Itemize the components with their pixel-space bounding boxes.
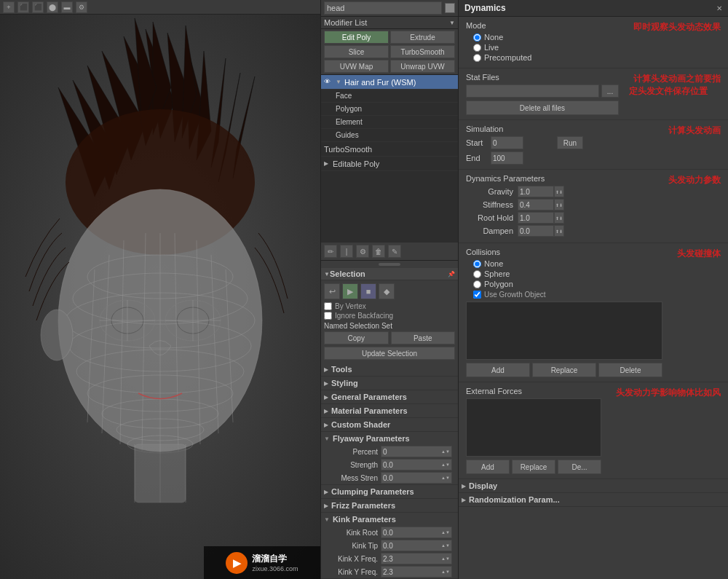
selection-section-header[interactable]: ▼ Selection 📌: [321, 268, 458, 280]
panel-icon-3[interactable]: ⚙: [356, 245, 369, 258]
general-arrow: ▶: [324, 394, 328, 401]
stiffness-spinner[interactable]: ⬆⬇: [554, 199, 564, 210]
run-btn[interactable]: Run: [557, 136, 583, 149]
clumping-section[interactable]: ▶ Clumping Parameters: [321, 485, 458, 499]
browse-btn[interactable]: ...: [601, 84, 619, 98]
sim-start-input[interactable]: [491, 136, 523, 149]
flyaway-percent-spinner[interactable]: ▲▼: [441, 449, 450, 454]
uvw-map-btn[interactable]: UVW Map: [324, 60, 389, 73]
sel-icon-1[interactable]: ↩: [324, 283, 340, 299]
slice-btn[interactable]: Slice: [324, 45, 389, 58]
by-vertex-checkbox[interactable]: [324, 302, 332, 310]
stack-polygon[interactable]: Polygon: [321, 103, 458, 116]
delete-all-btn[interactable]: Delete all files: [466, 101, 619, 115]
col-replace-btn[interactable]: Replace: [532, 363, 596, 377]
col-sphere-radio[interactable]: [473, 270, 481, 278]
ignore-backfacing-checkbox[interactable]: [324, 312, 332, 320]
panel-icon-brush[interactable]: ✏: [324, 245, 337, 258]
col-polygon-radio[interactable]: [473, 280, 481, 288]
use-growth-checkbox[interactable]: [473, 291, 481, 299]
object-color-swatch[interactable]: [445, 3, 455, 13]
unwrap-uvw-btn[interactable]: Unwrap UVW: [390, 60, 455, 73]
expand-editable-poly: ▶: [324, 160, 331, 168]
stack-turbosmooth[interactable]: TurboSmooth: [321, 142, 458, 157]
right-panel: Dynamics ✕ Mode None Live Precomputed: [459, 0, 728, 579]
mode-precomputed-radio[interactable]: [473, 54, 481, 62]
flyaway-strength-spinner[interactable]: ▲▼: [441, 462, 450, 467]
mode-none-radio[interactable]: [473, 34, 481, 42]
edit-poly-btn[interactable]: Edit Poly: [324, 31, 389, 44]
flyaway-strength-label: Strength: [327, 461, 378, 469]
general-params-section[interactable]: ▶ General Parameters: [321, 390, 458, 404]
panel-icon-edit[interactable]: ✎: [388, 245, 401, 258]
by-vertex-label: By Vertex: [335, 302, 366, 310]
mode-live-radio[interactable]: [473, 44, 481, 52]
dampen-spinner[interactable]: ⬆⬇: [554, 225, 564, 237]
randomization-section[interactable]: ▶ Randomization Param...: [459, 493, 728, 507]
stack-guides[interactable]: Guides: [321, 129, 458, 142]
root-hold-spinner[interactable]: ⬆⬇: [554, 212, 564, 224]
gravity-spinner[interactable]: ⬆⬇: [554, 186, 564, 197]
ext-forces-box: [466, 398, 601, 457]
ext-add-btn[interactable]: Add: [466, 460, 510, 474]
dampen-input[interactable]: [518, 225, 554, 237]
ext-de-btn[interactable]: De...: [558, 460, 601, 474]
stack-element[interactable]: Element: [321, 116, 458, 129]
col-delete-btn[interactable]: Delete: [598, 363, 662, 377]
flyaway-strength-val: 0.0: [383, 461, 393, 469]
toolbar-icon-6[interactable]: ⚙: [76, 1, 87, 13]
stack-editable-poly[interactable]: ▶ Editable Poly: [321, 157, 458, 171]
modifier-list-bar[interactable]: Modifier List ▼: [321, 17, 458, 29]
sim-start-label: Start: [466, 138, 488, 147]
object-name-input[interactable]: [324, 1, 442, 15]
dynamics-close[interactable]: ✕: [716, 4, 722, 12]
flyaway-percent-val: 0: [383, 448, 387, 456]
sel-icon-3[interactable]: ■: [360, 283, 376, 299]
col-add-btn[interactable]: Add: [466, 363, 530, 377]
kink-xfreq-spinner[interactable]: ▲▼: [441, 556, 450, 561]
toolbar-icon-5[interactable]: ▬: [61, 1, 73, 13]
stiffness-row: Stiffness ⬆⬇: [466, 199, 654, 210]
copy-btn[interactable]: Copy: [324, 331, 389, 344]
ext-replace-btn[interactable]: Replace: [512, 460, 555, 474]
sel-icon-2[interactable]: ▶: [342, 283, 358, 299]
material-params-section[interactable]: ▶ Material Parameters: [321, 404, 458, 418]
stiffness-input[interactable]: [518, 199, 554, 210]
extrude-btn[interactable]: Extrude: [390, 31, 455, 44]
flyaway-header[interactable]: ▼ Flyaway Parameters: [321, 432, 458, 445]
root-hold-input[interactable]: [518, 212, 554, 224]
sim-end-input[interactable]: [491, 151, 523, 165]
kink-header[interactable]: ▼ Kink Parameters: [321, 513, 458, 526]
tools-section[interactable]: ▶ Tools: [321, 363, 458, 377]
flyaway-mess-value: 0.0 ▲▼: [381, 472, 452, 484]
panel-icon-trash[interactable]: 🗑: [372, 245, 385, 258]
display-section[interactable]: ▶ Display: [459, 479, 728, 493]
toolbar-icon-2[interactable]: ⬛: [17, 1, 29, 13]
kink-yfreq-spinner[interactable]: ▲▼: [441, 570, 450, 574]
general-params-label: General Parameters: [331, 393, 407, 401]
stack-face[interactable]: Face: [321, 90, 458, 103]
kink-section: ▼ Kink Parameters Kink Root 0.0 ▲▼ Kink …: [321, 513, 458, 579]
stack-hair-fur[interactable]: 👁 ▼ Hair and Fur (WSM): [321, 75, 458, 90]
kink-root-spinner[interactable]: ▲▼: [441, 530, 450, 535]
mode-precomputed-row: Precomputed: [466, 53, 619, 62]
custom-shader-section[interactable]: ▶ Custom Shader: [321, 418, 458, 432]
paste-btn[interactable]: Paste: [391, 331, 456, 344]
kink-label: Kink Parameters: [333, 515, 396, 524]
sel-icon-4[interactable]: ◆: [379, 283, 395, 299]
toolbar-icon-1[interactable]: +: [3, 1, 15, 13]
styling-section[interactable]: ▶ Styling: [321, 377, 458, 390]
gravity-input[interactable]: [518, 186, 554, 197]
turbosmooth-btn[interactable]: TurboSmooth: [390, 45, 455, 58]
update-selection-btn[interactable]: Update Selection: [324, 347, 455, 360]
col-none-radio[interactable]: [473, 260, 481, 268]
toolbar-icon-3[interactable]: ⬛: [32, 1, 44, 13]
panel-icon-2[interactable]: |: [340, 245, 353, 258]
frizz-section[interactable]: ▶ Frizz Parameters: [321, 499, 458, 513]
stat-files-input[interactable]: [466, 84, 599, 98]
kink-tip-spinner[interactable]: ▲▼: [441, 543, 450, 548]
flyaway-mess-label: Mess Stren: [327, 474, 378, 482]
toolbar-icon-4[interactable]: ⬤: [47, 1, 58, 13]
ignore-backfacing-label: Ignore Backfacing: [335, 312, 393, 320]
flyaway-mess-spinner[interactable]: ▲▼: [441, 476, 450, 480]
